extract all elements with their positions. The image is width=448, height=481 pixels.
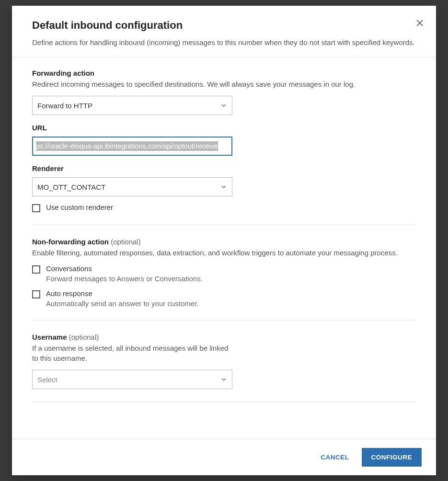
forwarding-action-value: Forward to HTTP — [37, 102, 92, 110]
close-icon — [416, 20, 423, 28]
configure-button[interactable]: CONFIGURE — [362, 448, 422, 467]
conversations-label: Conversations — [46, 264, 416, 273]
conversations-desc: Forward messages to Answers or Conversat… — [46, 275, 416, 283]
modal-dialog: Default inbound configuration Define act… — [12, 6, 436, 475]
renderer-label: Renderer — [32, 164, 416, 172]
modal-footer: CANCEL CONFIGURE — [12, 439, 436, 475]
custom-renderer-label: Use custom renderer — [46, 203, 416, 211]
conversations-checkbox[interactable] — [32, 265, 40, 274]
username-desc: If a username is selected, all inbound m… — [32, 343, 232, 363]
modal-subtitle: Define actions for handling inbound (inc… — [32, 37, 416, 47]
close-button[interactable] — [414, 18, 425, 30]
url-value: ps://oracle-eloqua-api.ibintegrations.co… — [36, 141, 218, 151]
url-label: URL — [32, 124, 416, 132]
cancel-button[interactable]: CANCEL — [317, 449, 353, 466]
autoresponse-checkbox[interactable] — [32, 290, 40, 298]
forwarding-action-desc: Redirect incoming messages to specified … — [32, 79, 416, 89]
modal-title: Default inbound configuration — [32, 19, 416, 32]
url-input[interactable]: ps://oracle-eloqua-api.ibintegrations.co… — [32, 137, 232, 156]
renderer-select[interactable]: MO_OTT_CONTACT — [32, 177, 232, 196]
optional-label: (optional) — [109, 238, 141, 246]
non-forwarding-title: Non-forwarding action (optional) — [32, 238, 416, 246]
renderer-value: MO_OTT_CONTACT — [37, 183, 105, 191]
optional-label: (optional) — [67, 333, 99, 341]
username-title: Username (optional) — [32, 333, 416, 341]
custom-renderer-checkbox[interactable] — [32, 204, 40, 212]
divider — [32, 401, 416, 402]
autoresponse-label: Auto response — [46, 289, 416, 298]
username-select[interactable]: Select — [32, 370, 232, 389]
username-placeholder: Select — [37, 376, 57, 384]
username-title-text: Username — [32, 333, 67, 341]
non-forwarding-desc: Enable filtering, automated responses, d… — [32, 248, 416, 258]
forwarding-action-select[interactable]: Forward to HTTP — [32, 96, 232, 115]
autoresponse-desc: Automatically send an answer to your cus… — [46, 299, 416, 308]
forwarding-action-title: Forwarding action — [32, 69, 416, 77]
divider — [32, 225, 416, 225]
non-forwarding-title-text: Non-forwarding action — [32, 238, 109, 246]
modal-header: Default inbound configuration Define act… — [12, 6, 436, 57]
divider — [32, 320, 416, 321]
modal-body[interactable]: Forwarding action Redirect incoming mess… — [12, 57, 436, 439]
